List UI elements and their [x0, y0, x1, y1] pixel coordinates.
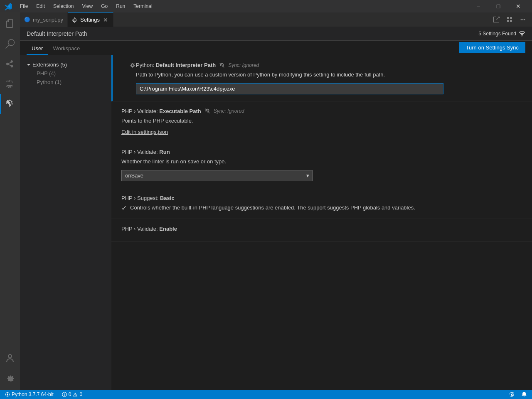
- filter-icon[interactable]: [519, 30, 525, 37]
- sidebar-python[interactable]: Python (1): [27, 78, 105, 86]
- php-suggest-name: PHP › Suggest: Basic: [121, 195, 175, 201]
- status-errors[interactable]: 0 0: [60, 392, 84, 397]
- tab-myscript[interactable]: 🔵 my_script.py: [20, 12, 68, 27]
- php-run-title: PHP › Validate: Run: [121, 149, 522, 155]
- settings-tabs-row: User Workspace Turn on Settings Sync: [20, 41, 532, 55]
- status-bar: Python 3.7.7 64-bit 0 0: [0, 390, 532, 399]
- count-label: 5 Settings Found: [478, 31, 516, 37]
- php-run-name: PHP › Validate: Run: [121, 149, 170, 155]
- settings-search-bar: Default Interpreter Path 5 Settings Foun…: [20, 27, 532, 41]
- tab-user[interactable]: User: [27, 43, 48, 55]
- activity-extensions[interactable]: [0, 94, 20, 114]
- php-exec-sync-icon: [204, 108, 210, 114]
- php-run-desc: Whether the linter is run on save or on …: [121, 158, 522, 166]
- python-interpreter-content: Python: Default Interpreter Path Sync: I…: [136, 62, 522, 94]
- remote-icon: [509, 392, 515, 397]
- title-bar: File Edit Selection View Go Run Terminal…: [0, 0, 532, 12]
- php-exec-edit-link[interactable]: Edit in settings.json: [121, 129, 168, 135]
- gear-icon[interactable]: [129, 62, 136, 70]
- sync-button[interactable]: Turn on Settings Sync: [459, 42, 525, 53]
- php-enable-name: PHP › Validate: Enable: [121, 226, 177, 232]
- python-interpreter-title: Python: Default Interpreter Path Sync: I…: [136, 62, 522, 68]
- menu-terminal[interactable]: Terminal: [130, 2, 155, 10]
- activity-search[interactable]: [0, 34, 20, 54]
- status-python-version[interactable]: Python 3.7.7 64-bit: [3, 392, 55, 397]
- tab-label-settings: Settings: [80, 17, 100, 23]
- setting-php-executable: PHP › Validate: Executable Path Sync: Ig…: [111, 101, 532, 143]
- status-right: [507, 392, 529, 397]
- checkmark-icon: ✓: [121, 204, 127, 212]
- python-file-icon: 🔵: [24, 17, 30, 22]
- php-suggest-title: PHP › Suggest: Basic: [121, 195, 522, 201]
- setting-php-validate-enable: PHP › Validate: Enable: [111, 219, 532, 241]
- tab-bar: 🔵 my_script.py Settings ✕: [20, 12, 532, 27]
- editor-layout-button[interactable]: [504, 14, 515, 25]
- menu-selection[interactable]: Selection: [50, 2, 77, 10]
- activity-account[interactable]: [0, 348, 20, 368]
- activity-source-control[interactable]: [0, 54, 20, 74]
- settings-top: Default Interpreter Path 5 Settings Foun…: [20, 27, 532, 55]
- search-value-display: Default Interpreter Path: [27, 30, 87, 37]
- python-interpreter-input[interactable]: [136, 83, 443, 94]
- window-controls: – □ ✕: [469, 0, 528, 12]
- activity-run-debug[interactable]: [0, 74, 20, 94]
- tab-close-settings[interactable]: ✕: [102, 17, 109, 23]
- menu-edit[interactable]: Edit: [33, 2, 48, 10]
- tab-actions: [490, 14, 532, 25]
- settings-count: 5 Settings Found: [478, 30, 525, 37]
- php-exec-sync-label: Sync: Ignored: [214, 108, 244, 114]
- status-bell[interactable]: [520, 392, 529, 397]
- editor-area: 🔵 my_script.py Settings ✕: [20, 12, 532, 390]
- python-interpreter-desc: Path to Python, you can use a custom ver…: [136, 71, 522, 79]
- setting-php-suggest-basic: PHP › Suggest: Basic ✓ Controls whether …: [111, 188, 532, 219]
- settings-tab-icon: [72, 17, 78, 23]
- error-count: 0: [69, 392, 71, 397]
- menu-bar: File Edit Selection View Go Run Terminal: [17, 2, 156, 10]
- php-run-select-wrapper: onSave onType ▾: [121, 170, 313, 181]
- activity-settings[interactable]: [0, 368, 20, 388]
- python-interpreter-name: Python: Default Interpreter Path: [136, 62, 216, 68]
- status-remote[interactable]: [507, 392, 516, 397]
- settings-main: Python: Default Interpreter Path Sync: I…: [111, 55, 532, 390]
- svg-point-1: [522, 19, 524, 20]
- settings-body: Extensions (5) PHP (4) Python (1): [20, 55, 532, 390]
- svg-point-11: [64, 395, 65, 396]
- python-sync-label: Sync: Ignored: [228, 62, 259, 68]
- sidebar-extensions-label: Extensions (5): [32, 62, 67, 68]
- php-run-select[interactable]: onSave onType: [121, 170, 313, 181]
- php-suggest-desc: Controls whether the built-in PHP langua…: [130, 204, 415, 212]
- menu-file[interactable]: File: [17, 2, 31, 10]
- status-left: Python 3.7.7 64-bit 0 0: [3, 392, 84, 397]
- error-icon: [62, 392, 67, 397]
- tab-settings[interactable]: Settings ✕: [68, 12, 113, 27]
- sidebar-extensions-header[interactable]: Extensions (5): [27, 60, 105, 69]
- minimize-button[interactable]: –: [469, 0, 488, 12]
- activity-explorer[interactable]: [0, 14, 20, 34]
- php-enable-title: PHP › Validate: Enable: [121, 226, 522, 232]
- tab-workspace[interactable]: Workspace: [48, 43, 85, 55]
- settings-sidebar: Extensions (5) PHP (4) Python (1): [20, 55, 111, 390]
- python-version-label: Python 3.7.7 64-bit: [12, 392, 54, 397]
- split-editor-button[interactable]: [490, 14, 502, 25]
- setting-python-interpreter: Python: Default Interpreter Path Sync: I…: [111, 55, 532, 101]
- close-button[interactable]: ✕: [509, 0, 528, 12]
- main-container: 🔵 my_script.py Settings ✕: [0, 12, 532, 390]
- activity-bottom: [0, 348, 20, 388]
- php-executable-desc: Points to the PHP executable.: [121, 117, 522, 125]
- svg-point-0: [521, 19, 522, 20]
- tab-label-myscript: my_script.py: [33, 17, 63, 23]
- sidebar-php[interactable]: PHP (4): [27, 69, 105, 78]
- menu-run[interactable]: Run: [113, 2, 128, 10]
- setting-php-run: PHP › Validate: Run Whether the linter i…: [111, 142, 532, 188]
- warning-count: 0: [79, 392, 82, 397]
- sidebar-extensions-group: Extensions (5) PHP (4) Python (1): [20, 59, 111, 88]
- more-actions-button[interactable]: [517, 14, 529, 25]
- php-suggest-checkbox-row: ✓ Controls whether the built-in PHP lang…: [121, 204, 522, 212]
- chevron-down-icon: [27, 63, 31, 67]
- php-executable-name: PHP › Validate: Executable Path: [121, 108, 201, 114]
- python-icon: [5, 392, 10, 397]
- menu-go[interactable]: Go: [98, 2, 111, 10]
- maximize-button[interactable]: □: [489, 0, 508, 12]
- menu-view[interactable]: View: [79, 2, 96, 10]
- bell-icon: [521, 392, 527, 397]
